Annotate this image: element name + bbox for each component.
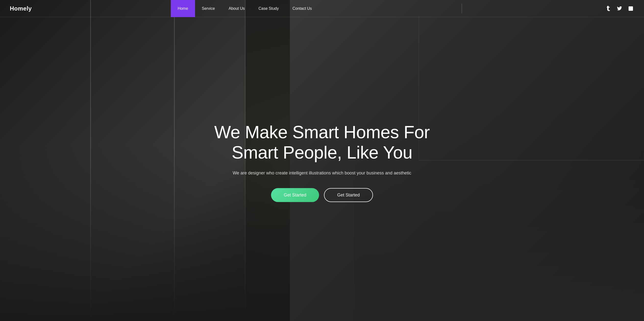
twitter-icon[interactable]: [616, 5, 623, 12]
brand-logo[interactable]: Homely: [10, 5, 32, 12]
nav-item-home[interactable]: Home: [171, 0, 195, 17]
hero-buttons: Get Started Get Started: [212, 188, 432, 202]
hero-content: We Make Smart Homes For Smart People, Li…: [212, 122, 432, 202]
nav-links: Home Service About Us Case Study Contact…: [171, 0, 319, 17]
get-started-primary-button[interactable]: Get Started: [271, 188, 319, 202]
nav-item-about-us[interactable]: About Us: [222, 0, 252, 17]
social-icons: [605, 5, 634, 12]
nav-item-service[interactable]: Service: [195, 0, 222, 17]
tumblr-icon[interactable]: [605, 5, 612, 12]
navbar: Homely Home Service About Us Case Study …: [0, 0, 644, 17]
nav-item-case-study[interactable]: Case Study: [252, 0, 286, 17]
hero-title: We Make Smart Homes For Smart People, Li…: [212, 122, 432, 163]
get-started-outline-button[interactable]: Get Started: [324, 188, 373, 202]
linkedin-icon[interactable]: [627, 5, 634, 12]
nav-item-contact-us[interactable]: Contact Us: [286, 0, 318, 17]
hero-subtitle: We are designer who create intelligent i…: [212, 169, 432, 176]
hero-section: Homely Home Service About Us Case Study …: [0, 0, 644, 321]
nav-divider: [462, 4, 462, 13]
